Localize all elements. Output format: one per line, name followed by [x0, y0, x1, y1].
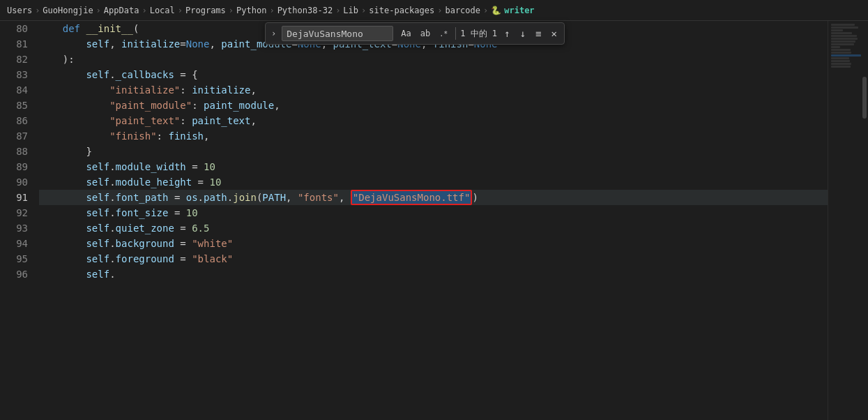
code-line-91: self . font_path = os . path . join ( PA… — [39, 190, 828, 205]
code-line-82: ): — [39, 52, 828, 67]
vertical-scrollbar[interactable] — [861, 21, 868, 420]
code-line-84: "initialize" : initialize , — [39, 82, 828, 98]
code-line-83: self . _callbacks = { — [39, 67, 828, 82]
line-number: 86 — [0, 113, 28, 128]
code-line-89: self . module_width = 10 — [39, 159, 828, 174]
find-options: Aa ab .* — [397, 27, 451, 40]
line-number: 96 — [0, 267, 28, 282]
find-collapse-button[interactable]: › — [270, 27, 277, 40]
code-line-94: self . background = "white" — [39, 236, 828, 251]
breadcrumb-item[interactable]: site-packages — [369, 6, 434, 15]
breadcrumb-item[interactable]: Programs — [185, 6, 226, 15]
line-number: 80 — [0, 21, 28, 36]
breadcrumb-item[interactable]: barcode — [445, 6, 480, 15]
code-line-85: "paint_module" : paint_module , — [39, 98, 828, 113]
find-menu-button[interactable]: ≡ — [533, 27, 544, 40]
breadcrumb-item[interactable]: Python — [236, 6, 266, 15]
scrollbar-thumb[interactable] — [862, 77, 867, 119]
line-number: 85 — [0, 98, 28, 113]
code-line-86: "paint_text" : paint_text , — [39, 113, 828, 128]
code-editor[interactable]: def __init__ ( self , initialize = None … — [36, 21, 828, 420]
find-next-button[interactable]: ↓ — [517, 27, 528, 40]
find-bar: › Aa ab .* 1 中的 1 ↑ ↓ ≡ ✕ — [265, 22, 565, 45]
editor-container: › Aa ab .* 1 中的 1 ↑ ↓ ≡ ✕ 80 81 82 83 84… — [0, 21, 868, 420]
minimap — [828, 21, 861, 420]
line-number: 93 — [0, 220, 28, 236]
breadcrumb-icon: 🐍 — [491, 6, 501, 15]
find-regex-button[interactable]: .* — [436, 28, 451, 40]
line-number: 92 — [0, 205, 28, 220]
breadcrumb-item[interactable]: Users — [7, 6, 32, 15]
line-number-active: 91 — [0, 190, 28, 205]
find-divider — [455, 27, 456, 40]
line-number: 82 — [0, 52, 28, 67]
line-number: 83 — [0, 67, 28, 82]
breadcrumb-item[interactable]: GuoHongjie — [43, 6, 93, 15]
highlighted-string: "DejaVuSansMono.ttf" — [351, 190, 473, 205]
find-close-button[interactable]: ✕ — [548, 27, 559, 40]
line-number: 87 — [0, 128, 28, 144]
breadcrumb: Users › GuoHongjie › AppData › Local › P… — [0, 0, 868, 21]
find-case-sensitive-button[interactable]: Aa — [397, 27, 414, 40]
line-number: 90 — [0, 174, 28, 190]
breadcrumb-item[interactable]: Local — [150, 6, 175, 15]
breadcrumb-last: writer — [504, 6, 534, 15]
find-whole-word-button[interactable]: ab — [417, 27, 434, 40]
find-input[interactable] — [282, 26, 393, 41]
line-number: 88 — [0, 144, 28, 159]
breadcrumb-item[interactable]: Lib — [343, 6, 358, 15]
code-line-88: } — [39, 144, 828, 159]
code-line-96: self . — [39, 267, 828, 282]
breadcrumb-item[interactable]: Python38-32 — [277, 6, 333, 15]
line-number: 89 — [0, 159, 28, 174]
code-line-87: "finish" : finish , — [39, 128, 828, 144]
line-number: 95 — [0, 251, 28, 267]
breadcrumb-item[interactable]: AppData — [104, 6, 139, 15]
line-number: 84 — [0, 82, 28, 98]
line-number-gutter: 80 81 82 83 84 85 86 87 88 89 90 91 92 9… — [0, 21, 36, 420]
find-count: 1 中的 1 — [460, 28, 497, 40]
code-line-95: self . foreground = "black" — [39, 251, 828, 267]
code-line-92: self . font_size = 10 — [39, 205, 828, 220]
find-previous-button[interactable]: ↑ — [501, 27, 512, 40]
code-line-93: self . quiet_zone = 6.5 — [39, 220, 828, 236]
code-line-90: self . module_height = 10 — [39, 174, 828, 190]
line-number: 81 — [0, 36, 28, 52]
line-number: 94 — [0, 236, 28, 251]
